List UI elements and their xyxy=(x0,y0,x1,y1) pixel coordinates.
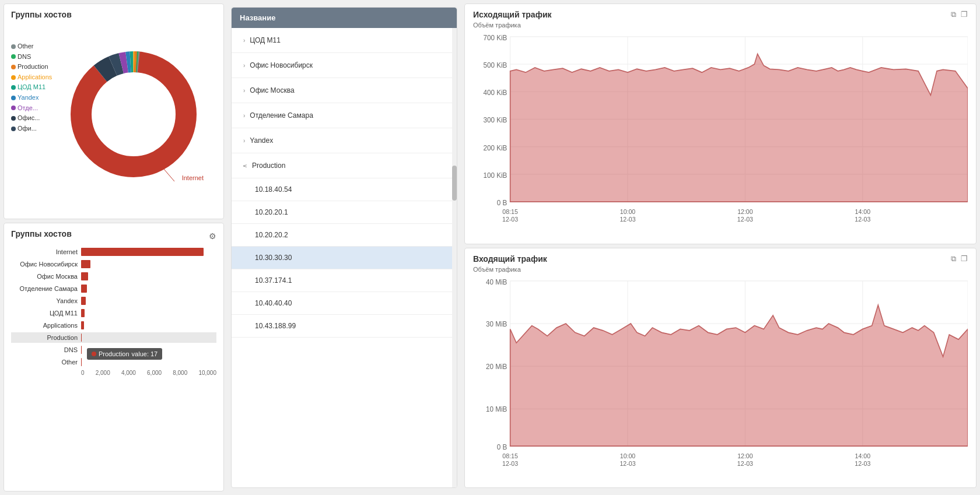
group-item-5[interactable]: ∨ Production xyxy=(232,153,457,178)
group-item-3[interactable]: › Отделение Самара xyxy=(232,103,457,128)
bar-row[interactable]: Internet xyxy=(11,247,216,257)
legend-cod: ЦОД М11 xyxy=(11,82,52,93)
bar-row[interactable]: Офис Новосибирск xyxy=(11,259,216,269)
svg-text:14:00: 14:00 xyxy=(855,208,871,216)
legend-dot-applications xyxy=(11,75,16,80)
sub-item-1[interactable]: 10.20.20.1 xyxy=(232,201,457,224)
groups-list-wrap: › ЦОД М11› Офис Новосибирск› Офис Москва… xyxy=(232,28,457,487)
outgoing-chart-svg: 0 B 100 KiB 200 KiB 300 KiB 400 KiB 500 … xyxy=(473,30,968,223)
tooltip-value: value: 17 xyxy=(132,350,158,357)
internet-label: Internet xyxy=(182,174,204,181)
copy-icon-out[interactable]: ❐ xyxy=(961,10,968,19)
sub-item-6[interactable]: 10.43.188.99 xyxy=(232,315,457,338)
bar-row[interactable]: Production xyxy=(11,332,216,343)
chevron-icon: › xyxy=(243,87,245,94)
chevron-icon: ∨ xyxy=(242,164,249,168)
svg-text:20 MiB: 20 MiB xyxy=(486,362,507,371)
svg-text:14:00: 14:00 xyxy=(855,452,871,459)
sub-item-4[interactable]: 10.37.174.1 xyxy=(232,269,457,292)
sub-label: 10.43.188.99 xyxy=(255,322,296,330)
legend-dns: DNS xyxy=(11,52,52,62)
group-item-4[interactable]: › Yandex xyxy=(232,128,457,153)
copy-icon-in[interactable]: ❐ xyxy=(961,254,968,264)
svg-text:100 KiB: 100 KiB xyxy=(483,171,507,180)
svg-text:12-03: 12-03 xyxy=(737,459,753,466)
tooltip-label: Production xyxy=(99,350,130,357)
svg-text:12-03: 12-03 xyxy=(855,459,870,466)
svg-text:10 MiB: 10 MiB xyxy=(486,405,507,413)
sub-item-3[interactable]: 10.30.30.30 xyxy=(232,247,457,269)
bar-chart: Internet Офис Новосибирск Офис Москва От… xyxy=(11,247,216,376)
groups-column: Название › ЦОД М11› Офис Новосибирск› Оф… xyxy=(228,0,461,495)
bar-label: Applications xyxy=(11,322,81,329)
svg-text:40 MiB: 40 MiB xyxy=(486,278,507,286)
donut-legend: Other DNS Production Applications ЦОД М1… xyxy=(11,41,52,134)
hosts-bar-title: Группы хостов xyxy=(11,229,72,238)
legend-dot-otde xyxy=(11,106,16,110)
svg-text:300 KiB: 300 KiB xyxy=(483,116,507,125)
bar-row[interactable]: Applications xyxy=(11,320,216,331)
tooltip-box: Production value: 17 xyxy=(87,348,162,360)
hosts-header: Группы хостов ⚙ xyxy=(11,229,216,243)
svg-text:12-03: 12-03 xyxy=(620,459,635,466)
sub-label: 10.20.20.2 xyxy=(255,231,288,239)
legend-dot-production xyxy=(11,65,16,69)
chevron-icon: › xyxy=(243,62,245,69)
legend-dot-cod xyxy=(11,85,16,90)
groups-header-label: Название xyxy=(240,13,275,22)
bar-container xyxy=(81,309,216,317)
bar-row[interactable]: Yandex xyxy=(11,296,216,306)
scrollbar-track[interactable] xyxy=(452,28,457,487)
bar-row[interactable]: Офис Москва xyxy=(11,271,216,282)
sub-item-0[interactable]: 10.18.40.54 xyxy=(232,178,457,201)
chevron-icon: › xyxy=(243,37,245,44)
bar-fill xyxy=(81,297,86,305)
x-axis: 0 2,000 4,000 6,000 8,000 10,000 xyxy=(11,370,216,376)
bar-container xyxy=(81,321,216,329)
donut-title: Группы хостов xyxy=(11,10,216,19)
bar-container xyxy=(81,272,216,280)
svg-text:30 MiB: 30 MiB xyxy=(486,320,507,328)
svg-text:08:15: 08:15 xyxy=(502,208,518,216)
svg-text:12:00: 12:00 xyxy=(737,208,753,216)
svg-text:10:00: 10:00 xyxy=(620,208,636,216)
sub-label: 10.20.20.1 xyxy=(255,208,288,216)
legend-dot-yandex xyxy=(11,96,16,100)
expand-icon-out[interactable]: ⧉ xyxy=(951,10,956,19)
bar-fill xyxy=(81,272,88,280)
legend-dot-dns xyxy=(11,54,16,59)
legend-production: Production xyxy=(11,62,52,72)
legend-yandex: Yandex xyxy=(11,93,52,103)
group-item-0[interactable]: › ЦОД М11 xyxy=(232,28,457,53)
bar-fill xyxy=(81,321,84,329)
svg-text:12-03: 12-03 xyxy=(502,216,518,223)
bar-container xyxy=(81,333,216,342)
bar-fill xyxy=(81,260,90,268)
groups-list: › ЦОД М11› Офис Новосибирск› Офис Москва… xyxy=(232,28,457,338)
sub-label: 10.37.174.1 xyxy=(255,276,292,285)
bar-fill xyxy=(81,309,85,317)
bar-container xyxy=(81,260,216,268)
legend-dot-ofi xyxy=(11,127,16,131)
expand-icon-in[interactable]: ⧉ xyxy=(951,254,956,264)
bar-row[interactable]: ЦОД М11 xyxy=(11,308,216,318)
bar-container xyxy=(81,248,216,256)
donut-panel: Группы хостов Other DNS Production xyxy=(4,3,224,219)
svg-text:12-03: 12-03 xyxy=(502,459,518,466)
bar-row[interactable]: Отделение Самара xyxy=(11,283,216,294)
sub-item-5[interactable]: 10.40.40.40 xyxy=(232,292,457,315)
group-item-1[interactable]: › Офис Новосибирск xyxy=(232,53,457,78)
tooltip-dot xyxy=(92,352,96,356)
svg-text:0 B: 0 B xyxy=(497,198,507,207)
group-item-2[interactable]: › Офис Москва xyxy=(232,78,457,103)
charts-column: Исходящий трафик ⧉ ❐ Объём трафика xyxy=(461,0,980,495)
incoming-chart-area: 0 B 10 MiB 20 MiB 30 MiB 40 MiB 08:15 12… xyxy=(473,274,968,467)
bar-label: Internet xyxy=(11,248,81,255)
svg-text:08:15: 08:15 xyxy=(502,452,518,459)
scrollbar-thumb[interactable] xyxy=(452,166,457,201)
gear-icon[interactable]: ⚙ xyxy=(209,231,216,241)
legend-dot-ofis1 xyxy=(11,116,16,121)
svg-point-10 xyxy=(102,83,165,146)
sub-item-2[interactable]: 10.20.20.2 xyxy=(232,224,457,247)
groups-header: Название xyxy=(232,8,457,28)
